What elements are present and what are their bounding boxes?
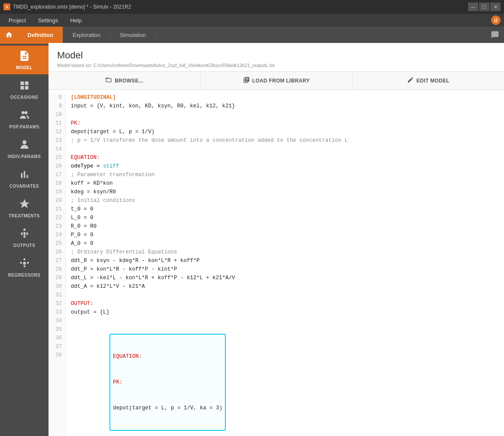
code-line-11: PK: — [71, 119, 499, 128]
svg-point-6 — [22, 140, 26, 144]
menu-settings[interactable]: Settings — [33, 15, 63, 25]
code-lines: [LONGITUDINAL] input = {V, kint, kon, KD… — [66, 93, 504, 436]
pop-params-icon — [18, 109, 30, 123]
sidebar-label-model: MODEL — [16, 65, 33, 70]
sidebar-item-outputs[interactable]: OUTPUTS — [0, 223, 49, 252]
menu-bar: Project Settings Help i2 — [0, 14, 504, 27]
code-line-highlight: EQUATION: PK: depot(target = L, p = 1/V,… — [71, 325, 499, 436]
code-line-13: ; p = 1/V transforms the dose amount int… — [71, 136, 499, 145]
load-library-button[interactable]: LOAD FROM LIBRARY — [200, 72, 352, 89]
code-line-34 — [71, 317, 499, 325]
svg-rect-2 — [20, 86, 24, 89]
browse-button[interactable]: BROWSE... — [49, 72, 200, 89]
sidebar-item-covariates[interactable]: COVARIATES — [0, 164, 49, 193]
code-line-30: ddt_A = k12*L*V - k21*A — [71, 282, 499, 291]
sidebar-label-occasions: OCCASIONS — [10, 95, 38, 100]
sidebar-item-treatments[interactable]: TREATMENTS — [0, 194, 49, 223]
title-bar: S TMDD_exploration.smlx [demo] * - Simul… — [0, 0, 504, 14]
sidebar-label-outputs: OUTPUTS — [13, 243, 35, 248]
code-line-10 — [71, 110, 499, 119]
code-line-9: input = {V, kint, kon, KD, ksyn, R0, kel… — [71, 102, 499, 110]
edit-icon — [407, 76, 414, 85]
model-header: Model Model based on: C:/Users/celliere/… — [49, 43, 504, 72]
close-button[interactable]: ✕ — [490, 3, 501, 11]
code-line-28: ddt_P = kon*L*R - koff*P - kint*P — [71, 265, 499, 274]
window-controls: — ☐ ✕ — [468, 3, 501, 11]
code-line-17: ; Parameter transformation — [71, 171, 499, 179]
sidebar-label-pop-params: POP.PARAMS — [9, 125, 39, 129]
treatments-icon — [18, 198, 30, 212]
indiv-params-icon — [18, 139, 30, 152]
code-line-31 — [71, 291, 499, 299]
code-line-20: ; Initial conditions — [71, 196, 499, 205]
svg-rect-0 — [20, 82, 24, 85]
maximize-button[interactable]: ☐ — [479, 3, 489, 11]
window-title: TMDD_exploration.smlx [demo] * - Simulx … — [13, 4, 131, 10]
sidebar-label-regressors: REGRESSORS — [8, 273, 41, 277]
svg-point-5 — [24, 111, 27, 114]
editor-area[interactable]: 8 9 10 11 12 13 14 15 16 17 18 19 20 21 … — [49, 90, 504, 436]
title-bar-left: S TMDD_exploration.smlx [demo] * - Simul… — [3, 3, 131, 10]
code-line-23: R_0 = R0 — [71, 222, 499, 231]
code-line-18: koff = KD*kon — [71, 179, 499, 188]
model-toolbar: BROWSE... LOAD FROM LIBRARY EDIT MODEL — [49, 72, 504, 90]
library-icon — [243, 76, 250, 85]
minimize-button[interactable]: — — [468, 3, 478, 11]
code-line-15: EQUATION: — [71, 153, 499, 162]
edit-model-button[interactable]: EDIT MODEL — [352, 72, 504, 89]
sidebar-item-regressors[interactable]: REGRESSORS — [0, 253, 49, 282]
sidebar-item-model[interactable]: MODEL — [0, 46, 49, 74]
chat-icon[interactable] — [486, 27, 504, 43]
regressors-icon — [18, 257, 30, 271]
code-line-22: L_0 = 0 — [71, 213, 499, 222]
sidebar-label-indiv-params: INDIV.PARAMS — [8, 154, 41, 159]
line-numbers: 8 9 10 11 12 13 14 15 16 17 18 19 20 21 … — [49, 93, 66, 436]
svg-point-4 — [21, 111, 24, 114]
code-line-32: OUTPUT: — [71, 299, 499, 308]
covariates-icon — [18, 168, 30, 182]
code-line-26: ; Ordinary Differential Equations — [71, 248, 499, 256]
edit-model-label: EDIT MODEL — [416, 78, 449, 84]
sidebar-label-treatments: TREATMENTS — [9, 213, 40, 218]
content-area: Model Model based on: C:/Users/celliere/… — [49, 43, 504, 436]
outputs-icon — [18, 228, 30, 241]
svg-rect-1 — [25, 82, 28, 85]
editor-content: 8 9 10 11 12 13 14 15 16 17 18 19 20 21 … — [49, 90, 504, 436]
tab-home[interactable] — [0, 27, 18, 43]
sidebar-item-pop-params[interactable]: POP.PARAMS — [0, 105, 49, 134]
browse-label: BROWSE... — [115, 78, 143, 84]
help-badge[interactable]: i2 — [491, 15, 501, 25]
sidebar: MODEL OCCASIONS POP.PARAMS INDIV.PARAMS — [0, 43, 49, 436]
browse-icon — [105, 76, 112, 85]
app-icon: S — [3, 3, 10, 10]
menu-help[interactable]: Help — [65, 15, 87, 25]
load-library-label: LOAD FROM LIBRARY — [252, 78, 310, 84]
tab-exploration[interactable]: Exploration — [63, 27, 110, 43]
code-line-33: output = {L} — [71, 308, 499, 317]
model-title: Model — [57, 50, 495, 61]
menu-project[interactable]: Project — [3, 15, 31, 25]
sidebar-item-occasions[interactable]: OCCASIONS — [0, 75, 49, 104]
svg-rect-3 — [25, 86, 28, 89]
code-line-12: depot(target = L, p = 1/V) — [71, 128, 499, 136]
code-line-19: kdeg = ksyn/R0 — [71, 188, 499, 196]
code-line-24: P_0 = 0 — [71, 231, 499, 239]
model-icon — [18, 50, 30, 64]
occasions-icon — [18, 79, 30, 93]
main-layout: MODEL OCCASIONS POP.PARAMS INDIV.PARAMS — [0, 43, 504, 436]
svg-point-7 — [23, 262, 26, 265]
code-line-29: ddt_L = -kel*L - kon*L*R + koff*P - k12*… — [71, 274, 499, 282]
tab-simulation[interactable]: Simulation — [110, 27, 156, 43]
code-line-21: t_0 = 0 — [71, 205, 499, 213]
code-line-25: A_0 = 0 — [71, 239, 499, 248]
code-line-27: ddt_R = ksyn - kdeg*R - kon*L*R + koff*P — [71, 256, 499, 265]
tab-bar: Definition Exploration Simulation — [0, 27, 504, 43]
tab-definition[interactable]: Definition — [18, 27, 63, 43]
code-line-14 — [71, 145, 499, 153]
sidebar-label-covariates: COVARIATES — [9, 184, 39, 189]
code-line-16: odeType = stiff — [71, 162, 499, 171]
sidebar-item-indiv-params[interactable]: INDIV.PARAMS — [0, 134, 49, 163]
code-line-8: [LONGITUDINAL] — [71, 93, 499, 102]
model-subtitle: Model based on: C:/Users/celliere/Downlo… — [57, 63, 495, 68]
tab-spacer — [156, 27, 486, 43]
